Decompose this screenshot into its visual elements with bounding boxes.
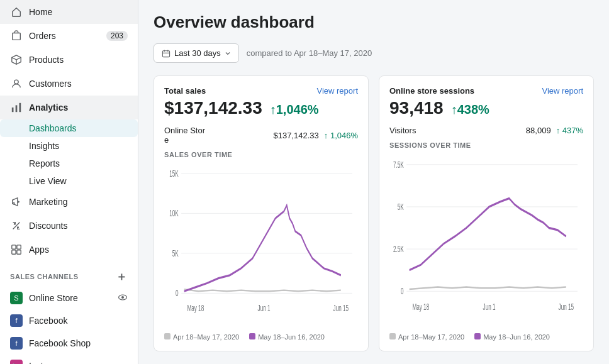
- total-sales-value: $137,142.33: [164, 98, 262, 118]
- main-content: Overview dashboard Last 30 days compared…: [138, 0, 609, 364]
- sales-legend-curr: May 18–Jun 16, 2020: [249, 333, 325, 341]
- sidebar-item-discounts[interactable]: Discounts: [0, 214, 138, 238]
- svg-rect-10: [12, 250, 16, 254]
- analytics-icon: [10, 101, 23, 114]
- marketing-icon: [10, 196, 23, 208]
- sessions-legend-prev: Apr 18–May 17, 2020: [389, 333, 464, 341]
- sidebar-item-marketing-label: Marketing: [29, 197, 67, 207]
- sessions-change: ↑438%: [451, 102, 489, 117]
- total-sales-view-report[interactable]: View report: [316, 86, 358, 96]
- facebook-shop-icon: f: [10, 337, 23, 350]
- total-sales-main-row: $137,142.33 ↑1,046%: [164, 98, 358, 119]
- svg-text:0: 0: [401, 286, 404, 297]
- total-sales-title: Total sales: [164, 86, 206, 96]
- svg-rect-4: [20, 103, 21, 112]
- sessions-value: 93,418: [389, 98, 444, 118]
- chevron-down-icon: [225, 50, 231, 57]
- sales-channels-section: SALES CHANNELS ＋: [0, 262, 138, 287]
- facebook-icon: f: [10, 314, 23, 327]
- sidebar-item-home-label: Home: [29, 7, 52, 17]
- sessions-sub-row: Visitors 88,009 ↑ 437%: [389, 126, 583, 135]
- add-sales-channel-icon[interactable]: ＋: [116, 269, 128, 284]
- sidebar-item-analytics[interactable]: Analytics: [0, 96, 138, 119]
- total-sales-change: ↑1,046%: [270, 102, 319, 117]
- date-range-button[interactable]: Last 30 days: [154, 43, 239, 63]
- sidebar-item-orders[interactable]: Orders 203: [0, 24, 138, 48]
- sidebar-item-customers[interactable]: Customers: [0, 72, 138, 96]
- sales-chart: 15K 10K 5K 0 May 18 Jun 1 Jun 15: [164, 163, 358, 328]
- sidebar-item-apps[interactable]: Apps: [0, 238, 138, 262]
- sidebar-item-products[interactable]: Products: [0, 48, 138, 72]
- sessions-sub-label: Visitors: [389, 126, 521, 135]
- sessions-legend: Apr 18–May 17, 2020 May 18–Jun 16, 2020: [389, 333, 583, 341]
- sidebar-item-products-label: Products: [29, 55, 64, 65]
- date-range-label: Last 30 days: [174, 48, 221, 58]
- total-sales-sub-val: $137,142.33: [274, 131, 319, 140]
- svg-text:5K: 5K: [172, 248, 179, 258]
- svg-point-5: [13, 202, 15, 204]
- svg-text:May 18: May 18: [187, 302, 204, 312]
- svg-point-13: [121, 296, 124, 299]
- discounts-icon: [10, 219, 23, 232]
- sidebar-sub-dashboards[interactable]: Dashboards: [0, 119, 138, 137]
- svg-text:5K: 5K: [398, 201, 404, 212]
- home-icon: [10, 6, 23, 18]
- channel-facebook-label: Facebook: [29, 316, 67, 326]
- svg-text:Jun 15: Jun 15: [333, 302, 349, 312]
- svg-text:Jun 15: Jun 15: [559, 302, 574, 312]
- svg-rect-14: [162, 50, 169, 57]
- total-sales-sub-label: Online Store: [164, 126, 269, 145]
- sessions-view-report[interactable]: View report: [542, 86, 583, 96]
- sidebar-sub-liveview-label: Live View: [29, 176, 67, 186]
- channel-instagram-label: Instagram: [29, 361, 68, 364]
- svg-rect-2: [12, 108, 14, 112]
- sessions-chart-label: SESSIONS OVER TIME: [389, 141, 583, 149]
- sales-chart-area: 15K 10K 5K 0 May 18 Jun 1 Jun 15: [164, 163, 358, 328]
- sales-chart-label: SALES OVER TIME: [164, 151, 358, 158]
- channel-facebook[interactable]: f Facebook: [0, 309, 138, 332]
- total-sales-sub-change: ↑ 1,046%: [324, 131, 358, 140]
- sidebar-sub-insights[interactable]: Insights: [0, 137, 138, 155]
- sales-legend-prev: Apr 18–May 17, 2020: [164, 333, 239, 341]
- customers-icon: [10, 77, 23, 90]
- products-icon: [10, 53, 23, 66]
- svg-rect-0: [13, 33, 21, 40]
- page-title: Overview dashboard: [154, 13, 594, 32]
- svg-rect-8: [12, 245, 16, 249]
- compare-text: compared to Apr 18–May 17, 2020: [247, 48, 372, 58]
- total-sales-header: Total sales View report: [164, 86, 358, 96]
- sidebar-sub-reports[interactable]: Reports: [0, 155, 138, 172]
- channel-facebook-shop[interactable]: f Facebook Shop: [0, 332, 138, 355]
- sessions-chart-area: 7.5K 5K 2.5K 0 May 18 Jun 1 Jun 15: [389, 154, 583, 328]
- date-bar: Last 30 days compared to Apr 18–May 17, …: [154, 43, 594, 63]
- sessions-sub-val: 88,009: [526, 126, 551, 135]
- svg-text:10K: 10K: [169, 208, 179, 218]
- orders-badge: 203: [106, 31, 128, 41]
- svg-text:0: 0: [176, 288, 179, 298]
- svg-text:May 18: May 18: [412, 302, 429, 312]
- sidebar-sub-reports-label: Reports: [29, 158, 60, 168]
- sidebar-item-marketing[interactable]: Marketing: [0, 190, 138, 214]
- svg-text:2.5K: 2.5K: [393, 243, 404, 254]
- sidebar-item-analytics-label: Analytics: [29, 102, 68, 113]
- svg-rect-3: [16, 105, 18, 112]
- online-store-icon: S: [10, 292, 23, 304]
- sessions-sub-change: ↑ 437%: [556, 126, 583, 135]
- calendar-icon: [162, 49, 170, 58]
- svg-rect-9: [17, 245, 21, 249]
- total-sales-card: Total sales View report $137,142.33 ↑1,0…: [154, 75, 369, 351]
- channel-online-store[interactable]: S Online Store: [0, 287, 138, 309]
- sidebar-item-home[interactable]: Home: [0, 0, 138, 24]
- svg-point-1: [14, 80, 18, 84]
- channel-instagram[interactable]: 📷 Instagram: [0, 355, 138, 364]
- sidebar-item-customers-label: Customers: [29, 79, 72, 89]
- sidebar-sub-liveview[interactable]: Live View: [0, 172, 138, 190]
- sessions-card: Online store sessions View report 93,418…: [379, 75, 594, 351]
- cards-row: Total sales View report $137,142.33 ↑1,0…: [154, 75, 594, 351]
- sales-legend: Apr 18–May 17, 2020 May 18–Jun 16, 2020: [164, 333, 358, 341]
- sidebar-item-orders-label: Orders: [29, 31, 56, 41]
- sessions-chart: 7.5K 5K 2.5K 0 May 18 Jun 1 Jun 15: [389, 154, 583, 328]
- sidebar-item-discounts-label: Discounts: [29, 221, 67, 231]
- channel-facebook-shop-label: Facebook Shop: [29, 338, 91, 348]
- sessions-legend-curr: May 18–Jun 16, 2020: [474, 333, 550, 341]
